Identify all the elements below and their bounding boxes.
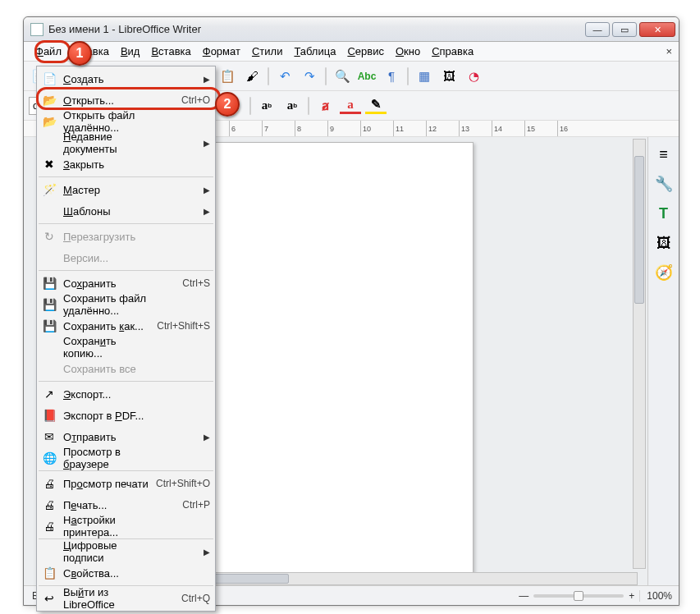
annotation-ring-2	[36, 87, 221, 110]
table-icon[interactable]: ▦	[414, 66, 434, 86]
menu-item-icon: 💾	[42, 297, 57, 312]
menu-item-icon: 💾	[42, 276, 57, 291]
navigator-icon[interactable]: 🧭	[653, 262, 675, 283]
menu-item-label: Просмотр в браузере	[63, 446, 149, 470]
titlebar[interactable]: Без имени 1 - LibreOffice Writer — ▭ ✕	[24, 17, 679, 42]
properties-icon[interactable]: 🔧	[653, 173, 675, 195]
menu-окно[interactable]: Окно	[391, 44, 425, 59]
highlight-button[interactable]: ✎	[365, 98, 387, 114]
zoom-slider[interactable]	[533, 594, 624, 598]
image-icon[interactable]: 🖼	[439, 66, 459, 86]
maximize-button[interactable]: ▭	[612, 22, 637, 37]
menu-item-label: Сохранить файл удалённо...	[63, 292, 149, 317]
menu-item[interactable]: 💾Сохранить файл удалённо...	[37, 294, 215, 315]
zoom-value[interactable]: 100%	[639, 590, 672, 602]
menu-item[interactable]: 💾СохранитьCtrl+S	[37, 273, 215, 294]
menu-item[interactable]: Недавние документы▶	[37, 132, 215, 154]
menu-item-label: Сохранить как...	[63, 320, 149, 332]
menu-item-label: Просмотр печати	[63, 478, 149, 490]
zoom-handle[interactable]	[574, 591, 583, 601]
menu-item[interactable]: Шаблоны▶	[37, 200, 215, 222]
menu-item-icon: ↩	[42, 591, 57, 606]
menu-separator	[39, 223, 213, 224]
app-icon	[30, 23, 43, 36]
menu-item[interactable]: 🖨Печать...Ctrl+P	[37, 494, 215, 515]
subscript-button[interactable]: ab	[281, 96, 303, 116]
menu-вид[interactable]: Вид	[116, 44, 145, 59]
menu-вставка[interactable]: Вставка	[146, 44, 195, 59]
spellcheck-icon[interactable]: Abc	[357, 66, 377, 86]
menu-формат[interactable]: Формат	[198, 44, 245, 59]
menu-item-icon: 🖨	[42, 476, 57, 491]
formatting-marks-icon[interactable]: ¶	[382, 66, 401, 86]
vertical-scrollbar[interactable]	[633, 139, 646, 569]
chart-icon[interactable]: ◔	[464, 66, 483, 86]
menu-item[interactable]: 🌐Просмотр в браузере	[37, 447, 215, 469]
submenu-arrow-icon: ▶	[204, 548, 210, 557]
menu-item-icon: 💾	[42, 318, 57, 333]
ruler-tick: 13	[459, 121, 492, 136]
menu-item-shortcut: Ctrl+S	[156, 277, 210, 289]
menu-separator	[39, 176, 213, 177]
styles-icon[interactable]: T	[653, 203, 675, 224]
callout-badge-1: 1	[67, 41, 92, 66]
menu-item-shortcut: Ctrl+Shift+S	[156, 320, 210, 332]
superscript-button[interactable]: ab	[256, 96, 277, 116]
window-title: Без имени 1 - LibreOffice Writer	[48, 23, 585, 35]
menu-item-label: Свойства...	[63, 567, 149, 580]
menu-item-label: Недавние документы	[63, 131, 136, 155]
ruler-tick: 16	[557, 121, 590, 136]
menu-item-label: Экспорт...	[63, 388, 149, 401]
menu-item[interactable]: 📕Экспорт в PDF...	[37, 405, 215, 426]
menu-item-icon	[42, 544, 57, 559]
callout-badge-2: 2	[215, 92, 240, 117]
menu-справка[interactable]: Справка	[427, 44, 478, 59]
menu-item[interactable]: 🖨Просмотр печатиCtrl+Shift+O	[37, 473, 215, 494]
format-paint-icon[interactable]: 🖌	[242, 66, 262, 86]
menu-item[interactable]: ↩Выйти из LibreOfficeCtrl+Q	[37, 588, 215, 609]
menu-сервис[interactable]: Сервис	[342, 44, 389, 59]
gallery-icon[interactable]: 🖼	[653, 232, 675, 254]
submenu-arrow-icon: ▶	[204, 186, 210, 195]
menu-item-icon	[42, 204, 57, 218]
menu-item-label: Цифровые подписи	[63, 539, 136, 564]
close-button[interactable]: ✕	[639, 22, 675, 37]
paste-icon[interactable]: 📋	[217, 66, 237, 86]
find-icon[interactable]: 🔍	[332, 66, 352, 86]
menu-item[interactable]: Сохранить копию...	[37, 337, 215, 358]
clear-format-button[interactable]: ⱥ	[314, 96, 336, 116]
menu-separator	[39, 381, 213, 382]
ruler-tick: 8	[295, 121, 327, 136]
zoom-out-icon[interactable]: —	[519, 590, 528, 602]
menu-item[interactable]: ↗Экспорт...	[37, 383, 215, 405]
menu-item-shortcut: Ctrl+Shift+O	[156, 478, 210, 489]
menu-item-label: Сохранить	[63, 277, 149, 290]
menu-item[interactable]: 🖨Настройки принтера...	[37, 515, 215, 537]
font-color-button[interactable]: a	[340, 98, 361, 114]
menu-item-icon: 📄	[42, 71, 57, 86]
menu-таблица[interactable]: Таблица	[289, 44, 341, 59]
sidebar-menu-icon[interactable]: ≡	[653, 144, 675, 165]
menu-item[interactable]: Цифровые подписи▶	[37, 541, 215, 562]
menu-item[interactable]: 📂Открыть файл удалённо...	[37, 111, 215, 132]
menu-item-icon: 📂	[42, 114, 57, 129]
zoom-in-icon[interactable]: +	[629, 590, 634, 602]
close-doc-icon[interactable]: ×	[666, 45, 672, 57]
menu-item-icon	[42, 340, 57, 355]
minimize-button[interactable]: —	[585, 22, 610, 37]
redo-icon[interactable]: ↷	[300, 66, 319, 86]
menu-item[interactable]: ✉Отправить▶	[37, 426, 215, 447]
scroll-thumb[interactable]	[634, 156, 644, 304]
menu-стили[interactable]: Стили	[247, 44, 287, 59]
submenu-arrow-icon: ▶	[204, 207, 210, 216]
menu-item[interactable]: 📋Свойства...	[37, 562, 215, 584]
menu-item[interactable]: 💾Сохранить как...Ctrl+Shift+S	[37, 315, 215, 337]
menu-item-icon: ✉	[42, 429, 57, 444]
undo-icon[interactable]: ↶	[275, 66, 295, 86]
zoom-control[interactable]: — + 100%	[512, 590, 679, 602]
menu-item-label: Печать...	[63, 499, 149, 511]
menu-item[interactable]: 🪄Мастер▶	[37, 179, 215, 200]
menu-item[interactable]: ✖Закрыть	[37, 154, 215, 175]
menu-item-label: Сохранить все	[63, 363, 149, 375]
separator	[249, 97, 251, 115]
